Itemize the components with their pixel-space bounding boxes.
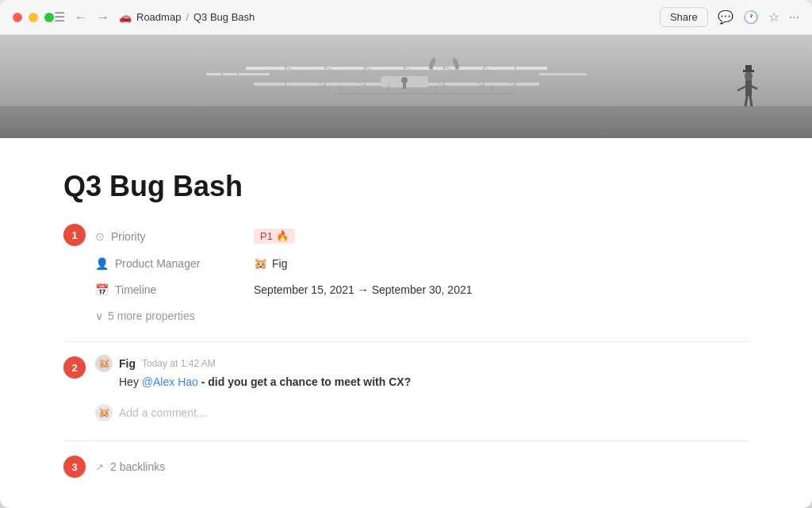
section2-number: 2	[63, 356, 86, 379]
svg-line-39	[750, 96, 752, 106]
forward-button[interactable]: →	[94, 9, 113, 26]
pm-icon: 👤	[95, 257, 109, 270]
bookmark-icon-button[interactable]: ☆	[768, 10, 779, 25]
comment-prefix: Hey	[119, 375, 139, 388]
timeline-value[interactable]: September 15, 2021 → September 30, 2021	[254, 283, 473, 296]
comments-content: 🐹 Fig Today at 1:42 AM Hey @Alex Hao - d…	[95, 355, 749, 428]
nav-buttons: ← →	[71, 9, 113, 26]
back-button[interactable]: ←	[71, 9, 90, 26]
section-divider-2	[63, 441, 749, 441]
properties-table: ⊙ Priority P1 🔥 👤	[95, 222, 749, 329]
more-icon: ···	[789, 10, 799, 25]
add-comment-avatar: 🐹	[95, 404, 113, 421]
breadcrumb-parent[interactable]: Roadmap	[136, 11, 181, 23]
property-row-timeline: 📅 Timeline September 15, 2021 → Septembe…	[95, 277, 749, 303]
section2-header: 2 🐹 Fig Today at 1:42 AM	[63, 355, 749, 428]
timeline-label-text: Timeline	[115, 283, 156, 296]
breadcrumb: 🚗 Roadmap / Q3 Bug Bash	[119, 11, 255, 23]
pm-label: 👤 Product Manager	[95, 257, 254, 270]
comment-time: Today at 1:42 AM	[142, 358, 216, 369]
section3-header: 3 ↗ 2 backlinks	[63, 454, 749, 479]
section1-number: 1	[63, 224, 86, 246]
properties-content: ⊙ Priority P1 🔥 👤	[95, 222, 749, 329]
hero-image	[0, 35, 812, 138]
comment-author-emoji: 🐹	[98, 358, 110, 369]
page-content: Q3 Bug Bash 1 ⊙ Priority	[0, 35, 812, 508]
comment-item: 🐹 Fig Today at 1:42 AM Hey @Alex Hao - d…	[95, 355, 749, 388]
svg-rect-1	[0, 106, 812, 138]
property-row-priority: ⊙ Priority P1 🔥	[95, 222, 749, 251]
backlinks-content: ↗ 2 backlinks	[95, 454, 749, 479]
backlinks-section: 3 ↗ 2 backlinks	[63, 454, 749, 479]
add-comment-row[interactable]: 🐹 Add a comment...	[95, 398, 749, 428]
more-properties-toggle[interactable]: ∨ 5 more properties	[95, 303, 749, 329]
backlinks-row[interactable]: ↗ 2 backlinks	[95, 454, 749, 479]
timeline-label: 📅 Timeline	[95, 283, 254, 296]
svg-point-32	[401, 77, 408, 83]
maximize-button[interactable]	[44, 13, 54, 22]
comment-author: Fig	[119, 357, 136, 370]
priority-badge[interactable]: P1 🔥	[254, 229, 295, 244]
close-button[interactable]	[13, 13, 22, 22]
app-window: ☰ ← → 🚗 Roadmap / Q3 Bug Bash Share 💬 🕐 …	[0, 0, 812, 508]
titlebar-actions: Share 💬 🕐 ☆ ···	[660, 7, 799, 27]
history-icon-button[interactable]: 🕐	[743, 10, 759, 25]
minimize-button[interactable]	[29, 13, 38, 22]
add-comment-icon: 🐹	[98, 407, 110, 418]
chevron-down-icon: ∨	[95, 310, 103, 322]
clock-icon: 🕐	[743, 10, 759, 25]
pm-label-text: Product Manager	[115, 257, 200, 270]
more-options-button[interactable]: ···	[789, 10, 799, 25]
comment-mention-text[interactable]: @Alex Hao	[142, 375, 198, 388]
comment-avatar: 🐹	[95, 355, 113, 372]
breadcrumb-current: Q3 Bug Bash	[193, 11, 255, 23]
timeline-icon: 📅	[95, 283, 109, 296]
svg-rect-37	[745, 65, 752, 71]
section3-number: 3	[63, 456, 86, 478]
pm-avatar-emoji: 🐹	[254, 257, 267, 270]
traffic-lights	[13, 13, 54, 22]
svg-point-35	[745, 71, 753, 81]
share-button[interactable]: Share	[660, 7, 708, 27]
breadcrumb-separator: /	[186, 11, 189, 23]
priority-icon: ⊙	[95, 230, 105, 243]
priority-label: ⊙ Priority	[95, 230, 254, 243]
property-row-pm: 👤 Product Manager 🐹 Fig	[95, 251, 749, 277]
svg-line-38	[745, 96, 747, 106]
breadcrumb-emoji: 🚗	[119, 11, 132, 23]
timeline-dates: September 15, 2021 → September 30, 2021	[254, 283, 473, 296]
hamburger-button[interactable]: ☰	[54, 10, 65, 25]
comment-header: 🐹 Fig Today at 1:42 AM	[95, 355, 749, 372]
svg-rect-34	[745, 79, 752, 96]
comment-suffix: - did you get a chance to meet with CX?	[201, 375, 411, 388]
star-icon: ☆	[768, 10, 779, 25]
titlebar: ☰ ← → 🚗 Roadmap / Q3 Bug Bash Share 💬 🕐 …	[0, 0, 812, 35]
priority-value[interactable]: P1 🔥	[254, 229, 295, 244]
comments-section: 2 🐹 Fig Today at 1:42 AM	[63, 355, 749, 428]
add-comment-input[interactable]: Add a comment...	[119, 406, 749, 419]
svg-rect-33	[403, 83, 406, 89]
pm-name: Fig	[272, 257, 287, 270]
page-body: Q3 Bug Bash 1 ⊙ Priority	[0, 138, 812, 508]
backlinks-icon: ↗	[95, 461, 104, 473]
comment-icon: 💬	[718, 10, 733, 25]
section-divider-1	[63, 341, 749, 342]
comment-body: Hey @Alex Hao - did you get a chance to …	[95, 375, 749, 388]
more-properties-label: 5 more properties	[108, 310, 195, 322]
properties-section: 1 ⊙ Priority P1 🔥	[63, 222, 749, 329]
svg-rect-22	[539, 73, 587, 75]
backlinks-label: 2 backlinks	[110, 460, 165, 473]
comment-icon-button[interactable]: 💬	[718, 10, 733, 25]
section1-header: 1 ⊙ Priority P1 🔥	[63, 222, 749, 329]
pm-value[interactable]: 🐹 Fig	[254, 257, 287, 270]
priority-label-text: Priority	[111, 230, 146, 243]
page-title: Q3 Bug Bash	[63, 170, 749, 203]
